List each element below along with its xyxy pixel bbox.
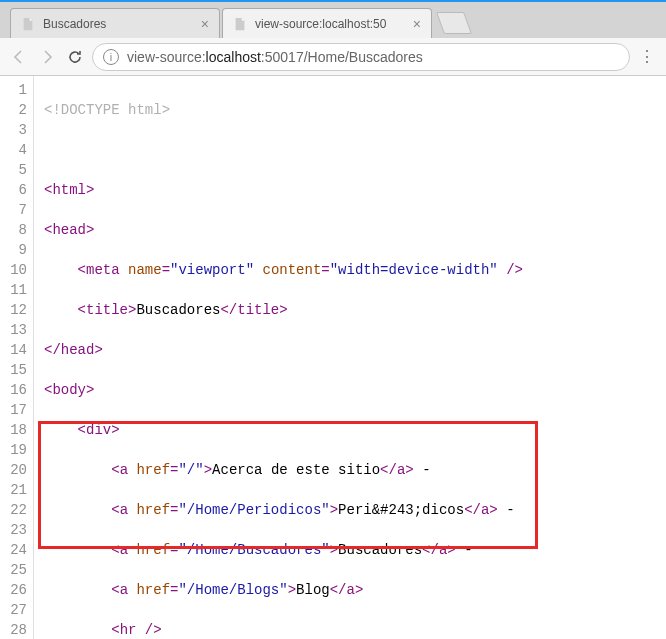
- menu-button[interactable]: ⋮: [636, 47, 658, 66]
- back-button[interactable]: [8, 46, 30, 68]
- site-info-icon[interactable]: i: [103, 49, 119, 65]
- url-host: localhost: [206, 49, 261, 65]
- page-icon: [233, 17, 247, 31]
- code-line: </head>: [44, 340, 656, 360]
- code-line: <body>: [44, 380, 656, 400]
- address-bar[interactable]: i view-source:localhost:50017/Home/Busca…: [92, 43, 630, 71]
- code-line: <!DOCTYPE html>: [44, 100, 656, 120]
- code-line: <head>: [44, 220, 656, 240]
- line-gutter: 1 2 3 4 5 6 7 8 9 10 11 12 13 14 15 16 1…: [0, 76, 34, 639]
- close-icon[interactable]: ×: [201, 17, 209, 31]
- code-line: <a href="/">Acerca de este sitio</a> -: [44, 460, 656, 480]
- forward-button[interactable]: [36, 46, 58, 68]
- url-prefix: view-source:: [127, 49, 206, 65]
- code-line: [44, 140, 656, 160]
- tab-view-source[interactable]: view-source:localhost:50 ×: [222, 8, 432, 38]
- code-line: <html>: [44, 180, 656, 200]
- toolbar: i view-source:localhost:50017/Home/Busca…: [0, 38, 666, 76]
- code-pane[interactable]: <!DOCTYPE html> <html> <head> <meta name…: [34, 76, 666, 639]
- tab-strip: Buscadores × view-source:localhost:50 ×: [0, 2, 666, 38]
- tab-buscadores[interactable]: Buscadores ×: [10, 8, 220, 38]
- new-tab-button[interactable]: [436, 12, 472, 34]
- tab-title: Buscadores: [43, 17, 195, 31]
- code-line: <meta name="viewport" content="width=dev…: [44, 260, 656, 280]
- code-line: <hr />: [44, 620, 656, 639]
- code-line: <title>Buscadores</title>: [44, 300, 656, 320]
- close-icon[interactable]: ×: [413, 17, 421, 31]
- page-icon: [21, 17, 35, 31]
- source-view: 1 2 3 4 5 6 7 8 9 10 11 12 13 14 15 16 1…: [0, 76, 666, 639]
- reload-button[interactable]: [64, 46, 86, 68]
- tab-title: view-source:localhost:50: [255, 17, 407, 31]
- code-line: <div>: [44, 420, 656, 440]
- code-line: <a href="/Home/Blogs">Blog</a>: [44, 580, 656, 600]
- code-line: <a href="/Home/Periodicos">Peri&#243;dic…: [44, 500, 656, 520]
- url-rest: :50017/Home/Buscadores: [261, 49, 423, 65]
- code-line: <a href="/Home/Buscadores">Buscadores</a…: [44, 540, 656, 560]
